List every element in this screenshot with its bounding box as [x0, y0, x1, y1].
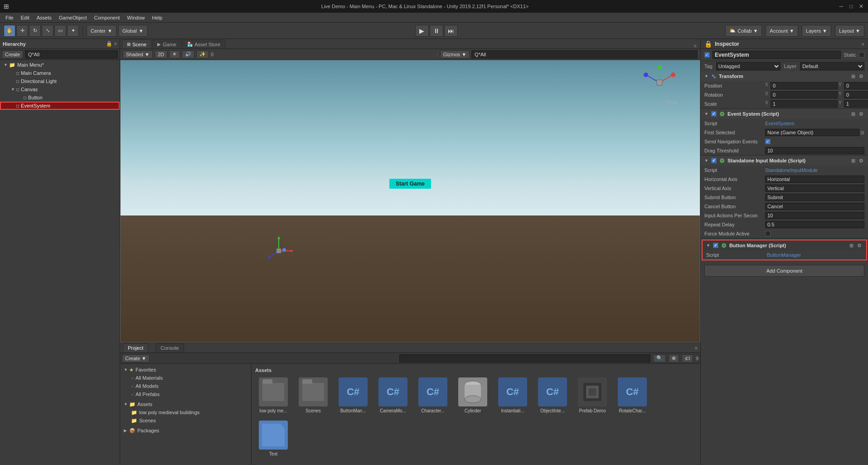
tree-item-eventsystem[interactable]: □ EventSystem [0, 102, 120, 110]
standalone-link-btn[interactable]: ⊞ [850, 158, 856, 164]
standalone-header[interactable]: ▼ ⚙ Standalone Input Module (Script) ⊞ ⚙ [701, 156, 868, 166]
menu-help[interactable]: Help [148, 14, 166, 21]
step-btn[interactable]: ⏭ [444, 25, 458, 37]
si-repeatdelay-input[interactable]: 0.5 [765, 221, 864, 228]
gizmos-btn[interactable]: Gizmos ▼ [440, 50, 470, 59]
asset-objectinte[interactable]: C# ObjectInte... [534, 376, 571, 415]
tab-console[interactable]: Console [155, 343, 184, 352]
tree-item-dirlight[interactable]: □ Directional Light [0, 77, 120, 85]
rotate-tool-btn[interactable]: ↻ [29, 25, 41, 37]
transform-settings-btn[interactable]: ⚙ [858, 73, 864, 79]
menu-file[interactable]: File [2, 14, 17, 21]
audio-btn[interactable]: 🔊 [182, 50, 194, 59]
search-btn[interactable]: 🔍 [653, 354, 666, 362]
layer-select[interactable]: Default [800, 62, 864, 70]
menu-assets[interactable]: Assets [33, 14, 55, 21]
rot-x[interactable] [771, 91, 838, 98]
asset-buttonman[interactable]: C# ButtonMan... [335, 376, 371, 415]
global-btn[interactable]: Global ▼ [118, 25, 148, 37]
project-search[interactable] [399, 354, 650, 362]
scene-search[interactable] [471, 50, 698, 59]
menu-edit[interactable]: Edit [17, 14, 33, 21]
scale-x[interactable] [771, 100, 838, 108]
fx-btn[interactable]: ✨ [196, 50, 209, 59]
es-dragthresh-input[interactable]: 10 [765, 147, 864, 154]
tag-select[interactable]: Untagged [716, 62, 781, 70]
buttonmanager-settings-btn[interactable]: ⚙ [856, 243, 863, 249]
si-forcemodule-checkbox[interactable] [765, 231, 771, 236]
si-vertaxis-input[interactable]: Vertical [765, 185, 864, 192]
buttonmanager-header[interactable]: ▼ ⚙ Button Manager (Script) ⊞ ⚙ [703, 240, 866, 250]
tab-assetstore[interactable]: 🏪Asset Store [182, 39, 225, 49]
menu-component[interactable]: Component [90, 14, 123, 21]
asset-instantiati[interactable]: C# Instantiati... [495, 376, 531, 415]
account-btn[interactable]: Account ▼ [766, 25, 798, 37]
standalone-active-checkbox[interactable] [711, 158, 717, 163]
light-btn[interactable]: ☀ [169, 50, 180, 59]
si-submitbtn-input[interactable]: Submit [765, 194, 864, 201]
pos-y[interactable] [844, 82, 868, 89]
scale-y[interactable] [844, 100, 868, 108]
sidebar-scenes[interactable]: 📁 Scenes [120, 416, 251, 425]
buttonmanager-link-btn[interactable]: ⊞ [849, 243, 854, 249]
hierarchy-lock[interactable]: 🔒 [106, 41, 112, 47]
project-create-btn[interactable]: Create ▼ [122, 354, 150, 362]
project-panel-menu[interactable]: ≡ [695, 345, 698, 351]
menu-gameobject[interactable]: GameObject [55, 14, 91, 21]
play-btn[interactable]: ▶ [415, 25, 429, 37]
si-script-value[interactable]: StandaloneInputModule [765, 167, 818, 173]
static-checkbox[interactable] [859, 52, 864, 58]
assets-header[interactable]: ▼ 📁 Assets [120, 400, 251, 408]
tab-scene[interactable]: ⊞Scene [122, 39, 151, 49]
eventsystem-link-btn[interactable]: ⊞ [850, 111, 856, 117]
asset-prefabdemo[interactable]: Prefab Demo [574, 376, 611, 415]
rect-tool-btn[interactable]: ▭ [54, 25, 66, 37]
2d-btn[interactable]: 2D [155, 50, 167, 59]
es-sendnav-checkbox[interactable] [765, 139, 771, 144]
asset-lowpoly[interactable]: low poly me... [255, 376, 291, 415]
asset-rotatechar[interactable]: C# RotateChar... [614, 376, 650, 415]
si-inputactions-input[interactable]: 10 [765, 212, 864, 219]
tree-item-maincamera[interactable]: □ Main Camera [0, 69, 120, 77]
maximize-btn[interactable]: □ [848, 3, 854, 10]
pause-btn[interactable]: ⏸ [430, 25, 443, 37]
eventsystem-settings-btn[interactable]: ⚙ [858, 111, 864, 117]
si-cancelbtn-input[interactable]: Cancel [765, 203, 864, 210]
es-firstsel-target-icon[interactable]: ⊙ [860, 130, 864, 136]
hierarchy-menu[interactable]: ≡ [114, 41, 117, 47]
asset-scenes[interactable]: Scenes [295, 376, 331, 415]
sidebar-all-materials[interactable]: ○ All Materials [120, 374, 251, 382]
pos-x[interactable] [771, 82, 838, 89]
move-tool-btn[interactable]: ✛ [16, 25, 28, 37]
collab-btn[interactable]: ⛅ Collab ▼ [725, 25, 762, 37]
sidebar-lowpoly[interactable]: 📁 low poly medieval buildings [120, 408, 251, 416]
si-horizaxis-input[interactable]: Horizontal [765, 176, 864, 183]
asset-cylinder[interactable]: Cylinder [455, 376, 491, 415]
buttonmanager-active-checkbox[interactable] [713, 243, 718, 248]
center-btn[interactable]: Center ▼ [87, 25, 116, 37]
asset-text[interactable]: Text [255, 419, 291, 458]
layout-btn[interactable]: Layout ▼ [835, 25, 864, 37]
start-game-btn[interactable]: Start Game [389, 179, 431, 189]
tree-item-mainmenu[interactable]: ▼ 📁 Main Menu* [0, 61, 120, 69]
transform-tool-btn[interactable]: ✦ [67, 25, 79, 37]
tab-project[interactable]: Project [123, 343, 148, 352]
favorites-header[interactable]: ▼ ★ Favorites [120, 366, 251, 374]
menu-window[interactable]: Window [123, 14, 148, 21]
eventsystem-active-checkbox[interactable] [711, 111, 717, 117]
sidebar-all-prefabs[interactable]: ○ All Prefabs [120, 390, 251, 398]
tree-item-canvas[interactable]: ▼ □ Canvas [0, 85, 120, 93]
object-active-checkbox[interactable] [704, 52, 710, 58]
asset-cameramo[interactable]: C# CameraMo... [375, 376, 411, 415]
object-name-input[interactable]: EventSystem [713, 51, 841, 59]
scene-panel-menu[interactable]: ≡ [694, 43, 697, 49]
transform-link-btn[interactable]: ⊞ [850, 73, 856, 79]
transform-header[interactable]: ▼ ⤡ Transform ⊞ ⚙ [701, 71, 868, 81]
es-firstsel-input[interactable] [765, 129, 859, 136]
eventsystem-header[interactable]: ▼ ⚙ Event System (Script) ⊞ ⚙ [701, 109, 868, 119]
minimize-btn[interactable]: ─ [838, 3, 844, 10]
add-component-btn[interactable]: Add Component [704, 265, 864, 277]
tree-item-button[interactable]: □ Button [0, 93, 120, 102]
layers-btn[interactable]: Layers ▼ [802, 25, 831, 37]
asset-character[interactable]: C# Character... [415, 376, 451, 415]
